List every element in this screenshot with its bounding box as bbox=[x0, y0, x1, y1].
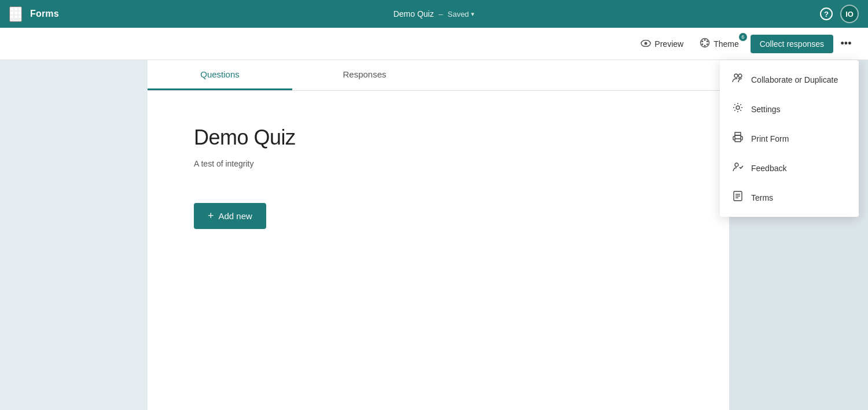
avatar-initials: IO bbox=[845, 10, 854, 19]
form-title-header: Demo Quiz bbox=[393, 9, 434, 19]
svg-rect-1 bbox=[14, 8, 17, 10]
chevron-down-icon: ▾ bbox=[471, 10, 475, 18]
theme-label: Theme bbox=[713, 39, 739, 49]
collaborate-label: Collaborate or Duplicate bbox=[751, 75, 838, 84]
theme-button[interactable]: 6 Theme bbox=[693, 34, 746, 54]
svg-rect-3 bbox=[10, 12, 13, 14]
svg-rect-0 bbox=[10, 8, 13, 10]
tab-questions-label: Questions bbox=[200, 69, 240, 79]
print-icon bbox=[731, 132, 744, 145]
add-new-label: Add new bbox=[219, 211, 252, 221]
svg-point-15 bbox=[704, 45, 706, 46]
svg-rect-6 bbox=[10, 16, 13, 18]
content-panel: Questions Responses Demo Quiz A test of … bbox=[148, 60, 729, 410]
print-form-item[interactable]: Print Form bbox=[720, 124, 859, 153]
form-area: Demo Quiz A test of integrity + Add new bbox=[148, 91, 729, 410]
dropdown-menu: Collaborate or Duplicate Settings bbox=[720, 60, 859, 217]
terms-item[interactable]: Terms bbox=[720, 183, 859, 212]
tab-responses[interactable]: Responses bbox=[292, 60, 437, 90]
top-navigation: Forms Demo Quiz – Saved ▾ ? IO bbox=[0, 0, 868, 28]
tab-questions[interactable]: Questions bbox=[148, 60, 292, 90]
terms-icon bbox=[731, 191, 744, 204]
preview-label: Preview bbox=[654, 39, 683, 49]
print-form-label: Print Form bbox=[751, 134, 789, 143]
saved-label: Saved bbox=[447, 10, 469, 19]
svg-point-16 bbox=[701, 43, 703, 45]
svg-point-10 bbox=[645, 42, 648, 45]
add-new-button[interactable]: + Add new bbox=[194, 203, 266, 229]
svg-point-20 bbox=[736, 106, 740, 109]
svg-rect-5 bbox=[19, 12, 21, 14]
help-button[interactable]: ? bbox=[817, 5, 836, 23]
collect-responses-label: Collect responses bbox=[760, 39, 824, 49]
user-avatar[interactable]: IO bbox=[840, 5, 859, 23]
terms-label: Terms bbox=[751, 193, 773, 202]
app-name: Forms bbox=[30, 9, 59, 19]
svg-rect-4 bbox=[14, 12, 17, 14]
tab-responses-label: Responses bbox=[343, 69, 386, 79]
settings-icon bbox=[731, 102, 744, 116]
svg-point-17 bbox=[701, 40, 703, 42]
saved-status: Saved ▾ bbox=[447, 10, 475, 19]
svg-point-18 bbox=[734, 74, 738, 77]
svg-point-14 bbox=[707, 43, 708, 45]
theme-icon bbox=[700, 38, 710, 50]
svg-point-12 bbox=[704, 39, 706, 40]
preview-icon bbox=[641, 39, 651, 49]
feedback-icon bbox=[731, 161, 744, 175]
left-sidebar bbox=[0, 60, 148, 410]
preview-button[interactable]: Preview bbox=[634, 35, 690, 53]
svg-point-19 bbox=[738, 74, 742, 77]
svg-point-13 bbox=[707, 40, 708, 42]
form-subtitle: A test of integrity bbox=[194, 159, 683, 168]
secondary-toolbar: Preview 6 Theme Collect responses ••• bbox=[0, 28, 868, 60]
waffle-menu-button[interactable] bbox=[9, 6, 22, 22]
more-options-button[interactable]: ••• bbox=[836, 34, 856, 54]
help-icon: ? bbox=[820, 8, 833, 20]
svg-rect-2 bbox=[19, 8, 21, 10]
plus-icon: + bbox=[208, 210, 214, 222]
svg-rect-8 bbox=[19, 16, 21, 18]
more-options-icon: ••• bbox=[841, 38, 852, 50]
settings-item[interactable]: Settings bbox=[720, 94, 859, 124]
collaborate-duplicate-item[interactable]: Collaborate or Duplicate bbox=[720, 65, 859, 94]
svg-rect-21 bbox=[735, 139, 741, 142]
collaborate-icon bbox=[731, 73, 744, 86]
form-title: Demo Quiz bbox=[194, 125, 683, 150]
svg-point-22 bbox=[735, 163, 738, 167]
svg-rect-7 bbox=[14, 16, 17, 18]
theme-count-badge: 6 bbox=[739, 33, 747, 41]
tabs-bar: Questions Responses bbox=[148, 60, 729, 91]
feedback-label: Feedback bbox=[751, 164, 786, 173]
separator: – bbox=[439, 9, 443, 19]
settings-label: Settings bbox=[751, 105, 781, 114]
collect-responses-button[interactable]: Collect responses bbox=[751, 35, 833, 53]
feedback-item[interactable]: Feedback bbox=[720, 153, 859, 183]
